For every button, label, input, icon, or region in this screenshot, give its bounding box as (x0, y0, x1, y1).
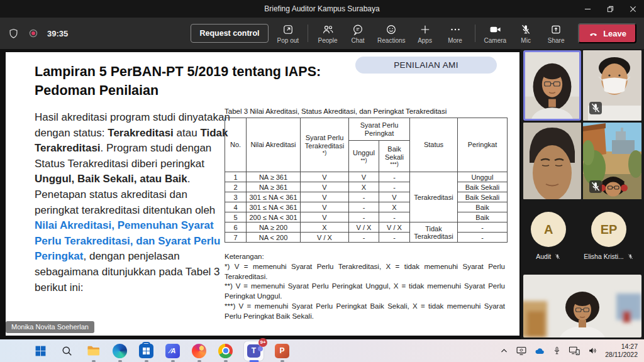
meeting-toolbar: 39:35 Request control Pop out People Cha… (0, 18, 644, 49)
note-line: *) V = memenuhi Syarat Perlu Terakredita… (225, 262, 505, 282)
presentation-slide: PENILAIAN AMI Lampiran 5 PerBAN-PT 5/201… (6, 52, 519, 336)
mic-muted-icon (627, 253, 634, 260)
table-row: 6 NA ≥ 200 X V / X V / X Tidak Terakredi… (225, 222, 508, 233)
close-button[interactable] (621, 0, 644, 18)
col-header-baik-sekali: Baik Sekali ***) (379, 141, 410, 172)
firefox-icon (192, 344, 206, 358)
col-header-peringkat: Peringkat (458, 118, 508, 172)
minimize-icon (584, 6, 591, 13)
teams-meeting-window: Briefing Auditor Kampus Surabaya 39:35 R… (0, 0, 644, 362)
toolbar-divider (475, 25, 475, 42)
participant-avatar-audit[interactable]: A Audit (531, 212, 566, 270)
taskbar-firefox[interactable] (191, 343, 207, 359)
slide-title: Lampiran 5 PerBAN-PT 5/2019 tentang IAPS… (35, 62, 321, 100)
note-line: **) V = memenuhi Syarat Perlu Peringkat … (225, 282, 505, 302)
participant-video-placeholder (523, 275, 641, 337)
col-header-syarat-terakreditasi: Syarat Perlu Terakreditasi *) (301, 118, 349, 172)
edge-browser-icon (113, 344, 127, 358)
participants-sidebar: A Audit EP Elisha Kristi... (521, 49, 644, 339)
title-bar: Briefing Auditor Kampus Surabaya (0, 0, 644, 18)
tray-mic-icon[interactable] (552, 346, 562, 356)
table-row: 5 200 ≤ NA < 301 V - - Baik (225, 212, 508, 222)
col-header-nilai: Nilai Akreditasi (247, 118, 301, 172)
taskbar-powerpoint[interactable]: P (274, 343, 290, 359)
taskbar-app-a[interactable]: ∕A (165, 343, 180, 359)
meeting-title: Briefing Auditor Kampus Surabaya (264, 4, 379, 13)
leave-button[interactable]: Leave (578, 23, 636, 43)
status-tidak-terakreditasi-cell: Tidak Terakreditasi (410, 222, 458, 243)
notification-badge: 9+ (258, 338, 267, 347)
shared-screen-stage[interactable]: PENILAIAN AMI Lampiran 5 PerBAN-PT 5/201… (0, 49, 521, 339)
windows-taskbar: ∕A T 9+ P 14:27 28/ (0, 339, 644, 362)
minimize-button[interactable] (576, 0, 599, 18)
network-display-icon[interactable] (569, 346, 580, 356)
search-icon (61, 345, 73, 357)
speaker-icon[interactable] (587, 346, 598, 356)
more-dots-icon (449, 23, 462, 36)
people-button[interactable]: People (317, 23, 338, 44)
participant-name: Audit (536, 253, 551, 260)
participant-video-presenter[interactable] (523, 275, 641, 337)
camera-icon (489, 23, 502, 36)
tray-sync-display-icon[interactable] (516, 346, 527, 356)
reactions-icon (385, 23, 397, 36)
taskbar-file-explorer[interactable] (86, 343, 101, 359)
chrome-icon (218, 344, 233, 358)
app-a-icon: ∕A (165, 344, 180, 358)
more-button[interactable]: More (445, 23, 466, 44)
share-button[interactable]: Share (545, 23, 567, 44)
table-row: 7 NA < 200 V / X - - - (225, 233, 508, 243)
taskbar-edge[interactable] (112, 343, 128, 359)
close-icon (630, 6, 636, 13)
avatar: EP (591, 212, 626, 247)
table-row: 3 301 ≤ NA < 361 V - V Baik Sekali (225, 192, 508, 202)
popout-icon (282, 23, 294, 36)
taskbar-search-button[interactable] (59, 343, 75, 359)
mic-muted-icon (519, 23, 532, 36)
participant-name: Elisha Kristi... (584, 253, 624, 260)
taskbar-microsoft-store[interactable] (138, 343, 154, 359)
taskbar-chrome[interactable] (218, 343, 233, 359)
col-header-no: No. (225, 118, 247, 172)
participant-avatar-elisha[interactable]: EP Elisha Kristi... (584, 212, 634, 270)
status-terakreditasi-cell: Terakreditasi (410, 172, 458, 222)
col-header-status: Status (410, 118, 458, 172)
notes-title: Keterangan: (225, 252, 505, 262)
toolbar-divider (308, 25, 308, 42)
participant-video-2[interactable] (583, 50, 641, 121)
avatar: A (531, 212, 566, 247)
taskbar-clock[interactable]: 14:27 28/11/2022 (605, 343, 638, 359)
people-icon (321, 23, 335, 36)
clock-date: 28/11/2022 (605, 351, 638, 359)
participant-video-placeholder (523, 123, 581, 199)
tray-chevron-up-icon[interactable] (499, 346, 509, 356)
participant-video-4[interactable] (583, 123, 641, 199)
meeting-timer: 39:35 (47, 29, 68, 38)
taskbar-teams[interactable]: T 9+ (244, 341, 264, 361)
presenter-name-label: Monika Novita Soeherlan (6, 321, 94, 333)
table-row: 2 NA ≥ 361 V X - Baik Sekali (225, 182, 508, 192)
apps-button[interactable]: Apps (414, 23, 436, 44)
clock-time: 14:27 (605, 343, 638, 351)
mic-button[interactable]: Mic (515, 23, 536, 44)
restore-button[interactable] (599, 0, 621, 18)
participant-video-active-speaker[interactable] (523, 50, 581, 121)
camera-button[interactable]: Camera (484, 23, 507, 44)
restore-icon (607, 6, 614, 13)
chat-button[interactable]: Chat (347, 23, 369, 44)
table-notes: Keterangan: *) V = memenuhi Syarat Perlu… (225, 252, 505, 322)
powerpoint-icon: P (275, 344, 289, 358)
participant-video-3[interactable] (523, 123, 581, 199)
shield-icon[interactable] (8, 28, 19, 40)
onedrive-cloud-icon[interactable] (534, 346, 545, 355)
reactions-button[interactable]: Reactions (377, 23, 405, 44)
mic-muted-icon (589, 102, 602, 114)
start-button[interactable] (33, 343, 48, 359)
popout-button[interactable]: Pop out (277, 23, 299, 44)
chat-icon (352, 23, 364, 36)
mic-muted-icon (554, 253, 561, 260)
apps-plus-icon (419, 23, 431, 36)
request-control-button[interactable]: Request control (191, 24, 268, 43)
slide-badge: PENILAIAN AMI (355, 57, 497, 74)
recording-indicator-icon (28, 28, 39, 39)
